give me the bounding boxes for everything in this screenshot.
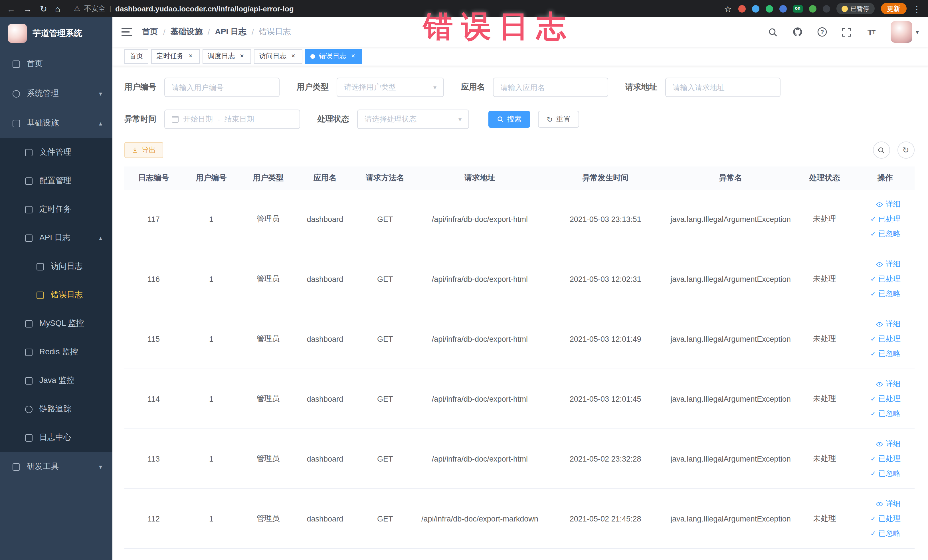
extension-icon-grid[interactable] xyxy=(779,5,786,12)
url-text[interactable]: dashboard.yudao.iocoder.cn/infra/log/api… xyxy=(115,4,294,13)
detail-link[interactable]: 详细 xyxy=(876,439,901,449)
browser-menu-icon[interactable]: ⋮ xyxy=(913,4,921,13)
request-url-input[interactable] xyxy=(665,78,780,97)
sidebar-item-error-log[interactable]: 错误日志 xyxy=(0,281,112,309)
processed-link[interactable]: ✓ 已处理 xyxy=(870,514,901,524)
cell-user-id: 1 xyxy=(183,215,240,223)
home-icon[interactable]: ⌂ xyxy=(55,4,60,13)
sidebar-logo[interactable]: 芋道管理系统 xyxy=(0,17,112,49)
sidebar-item-label: 首页 xyxy=(27,59,43,69)
app-name-label: 应用名 xyxy=(461,82,485,92)
user-id-input[interactable] xyxy=(164,78,279,97)
ignored-link[interactable]: ✓ 已忽略 xyxy=(870,409,901,419)
toggle-search-button[interactable] xyxy=(873,142,890,159)
processed-link[interactable]: ✓ 已处理 xyxy=(870,334,901,344)
processed-link[interactable]: ✓ 已处理 xyxy=(870,274,901,284)
fullscreen-icon[interactable] xyxy=(841,27,852,37)
app-name-input[interactable] xyxy=(493,78,608,97)
breadcrumb-infrastructure[interactable]: 基础设施 xyxy=(171,27,203,37)
extension-icon-pin[interactable] xyxy=(823,5,830,12)
sidebar-item-tracing[interactable]: 链路追踪 xyxy=(0,395,112,423)
breadcrumb-home[interactable]: 首页 xyxy=(142,27,158,37)
sidebar-item-dev-tools[interactable]: 研发工具 ▾ xyxy=(0,452,112,482)
process-status-select[interactable]: 请选择处理状态 ▾ xyxy=(357,110,469,129)
ignored-link[interactable]: ✓ 已忽略 xyxy=(870,468,901,479)
sidebar-item-java-monitor[interactable]: Java 监控 xyxy=(0,366,112,395)
table-row: 112 1 管理员 dashboard GET /api/infra/db-do… xyxy=(124,489,914,549)
reset-button[interactable]: ↻ 重置 xyxy=(538,111,579,128)
infrastructure-icon xyxy=(12,119,20,127)
detail-link[interactable]: 详细 xyxy=(876,259,901,269)
breadcrumb-api-log[interactable]: API 日志 xyxy=(215,27,246,37)
chevron-up-icon: ▴ xyxy=(99,119,102,127)
github-icon[interactable] xyxy=(792,27,803,37)
sidebar-item-scheduled-jobs[interactable]: 定时任务 xyxy=(0,195,112,224)
navbar-actions: ? TT ▾ xyxy=(768,21,928,43)
sidebar-item-file-mgmt[interactable]: 文件管理 xyxy=(0,138,112,166)
security-label[interactable]: 不安全 xyxy=(84,4,105,14)
ignored-link[interactable]: ✓ 已忽略 xyxy=(870,528,901,539)
user-type-select[interactable]: 请选择用户类型 ▾ xyxy=(337,78,444,97)
reload-icon[interactable]: ↻ xyxy=(40,4,47,13)
user-menu[interactable]: ▾ xyxy=(891,21,919,43)
filter-row-1: 用户编号 用户类型 请选择用户类型 ▾ 应用名 xyxy=(124,78,914,97)
search-icon[interactable] xyxy=(768,27,778,37)
tab-home[interactable]: 首页 xyxy=(124,49,148,64)
close-icon[interactable]: × xyxy=(186,52,195,60)
help-icon[interactable]: ? xyxy=(817,27,827,37)
sidebar-item-home[interactable]: 首页 xyxy=(0,49,112,79)
back-icon[interactable]: ← xyxy=(7,4,15,13)
sidebar-item-log-center[interactable]: 日志中心 xyxy=(0,423,112,452)
eye-icon xyxy=(876,440,884,448)
ignored-link[interactable]: ✓ 已忽略 xyxy=(870,349,901,359)
sidebar-item-label: 文件管理 xyxy=(40,147,71,157)
bookmark-star-icon[interactable]: ☆ xyxy=(724,4,732,13)
detail-link[interactable]: 详细 xyxy=(876,319,901,329)
extension-icon-red[interactable] xyxy=(738,5,745,12)
exception-time-range-picker[interactable]: 开始日期 - 结束日期 xyxy=(164,110,300,129)
close-icon[interactable]: × xyxy=(238,52,246,60)
paused-extension-badge[interactable]: 已暂停 xyxy=(836,3,875,14)
extension-icon-green[interactable] xyxy=(765,5,773,12)
eye-icon xyxy=(876,320,884,328)
warning-icon: ⚠ xyxy=(74,5,80,12)
tab-scheduled-jobs[interactable]: 定时任务 × xyxy=(151,49,200,64)
processed-link[interactable]: ✓ 已处理 xyxy=(870,453,901,464)
column-header: 请求方法名 xyxy=(353,173,417,183)
cell-user-id: 1 xyxy=(183,395,240,403)
close-icon[interactable]: × xyxy=(289,52,297,60)
sidebar-item-api-log[interactable]: API 日志 ▴ xyxy=(0,224,112,252)
ignored-link[interactable]: ✓ 已忽略 xyxy=(870,229,901,239)
address-bar[interactable]: ⚠ 不安全 | dashboard.yudao.iocoder.cn/infra… xyxy=(74,4,710,14)
table-refresh-button[interactable]: ↻ xyxy=(897,142,914,159)
search-button[interactable]: 搜索 xyxy=(488,111,530,128)
edit-icon xyxy=(25,177,32,185)
processed-link[interactable]: ✓ 已处理 xyxy=(870,214,901,224)
tab-access-log[interactable]: 访问日志 × xyxy=(254,49,302,64)
ignored-link[interactable]: ✓ 已忽略 xyxy=(870,289,901,299)
download-icon xyxy=(132,147,138,153)
extension-on-badge[interactable]: on xyxy=(793,5,803,12)
detail-link[interactable]: 详细 xyxy=(876,199,901,209)
sidebar-item-config-mgmt[interactable]: 配置管理 xyxy=(0,166,112,195)
detail-link[interactable]: 详细 xyxy=(876,379,901,389)
close-icon[interactable]: × xyxy=(349,52,357,60)
export-button[interactable]: 导出 xyxy=(124,142,163,158)
update-button[interactable]: 更新 xyxy=(881,3,906,14)
processed-link[interactable]: ✓ 已处理 xyxy=(870,394,901,404)
extension-icon-leaf[interactable] xyxy=(809,5,816,12)
hamburger-icon[interactable] xyxy=(112,28,141,36)
table-header: 日志编号 用户编号 用户类型 应用名 请求方法名 请求地址 异常发生时间 异常名… xyxy=(124,166,914,189)
sidebar-item-mysql-monitor[interactable]: MySQL 监控 xyxy=(0,309,112,338)
font-size-icon[interactable]: TT xyxy=(866,27,876,37)
sidebar-item-access-log[interactable]: 访问日志 xyxy=(0,252,112,281)
sidebar-item-infrastructure[interactable]: 基础设施 ▴ xyxy=(0,108,112,138)
extension-icon-blue[interactable] xyxy=(752,5,759,12)
check-icon: ✓ xyxy=(870,470,876,477)
forward-icon[interactable]: → xyxy=(23,4,32,13)
sidebar-item-system-mgmt[interactable]: 系统管理 ▾ xyxy=(0,79,112,108)
tab-schedule-log[interactable]: 调度日志 × xyxy=(203,49,251,64)
tab-error-log[interactable]: 错误日志 × xyxy=(305,49,362,64)
detail-link[interactable]: 详细 xyxy=(876,499,901,509)
sidebar-item-redis-monitor[interactable]: Redis 监控 xyxy=(0,338,112,366)
